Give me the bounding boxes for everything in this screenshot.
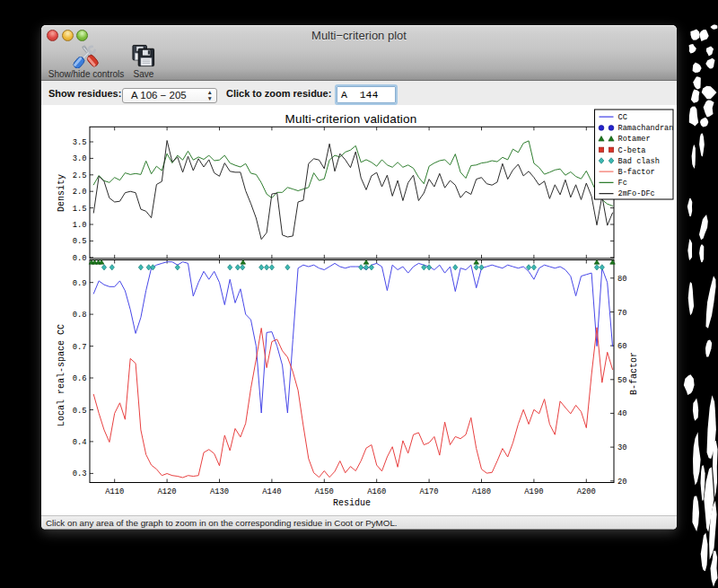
svg-text:0.6: 0.6 <box>73 374 87 383</box>
svg-text:B-factor: B-factor <box>618 168 655 177</box>
svg-text:Ramachandran: Ramachandran <box>618 124 674 133</box>
svg-text:0.4: 0.4 <box>73 438 87 447</box>
svg-text:2mFo-DFc: 2mFo-DFc <box>618 189 655 198</box>
svg-text:20: 20 <box>617 478 627 487</box>
svg-text:2.0: 2.0 <box>73 188 87 197</box>
svg-text:0.9: 0.9 <box>73 279 87 288</box>
svg-text:A150: A150 <box>315 487 334 496</box>
svg-text:0.8: 0.8 <box>73 311 87 320</box>
svg-text:A190: A190 <box>524 487 543 496</box>
svg-text:50: 50 <box>617 376 627 385</box>
svg-text:Density: Density <box>57 174 66 212</box>
svg-text:Fc: Fc <box>618 179 627 188</box>
svg-text:B-factor: B-factor <box>629 352 639 395</box>
svg-text:60: 60 <box>617 342 627 351</box>
svg-text:A180: A180 <box>472 487 491 496</box>
svg-text:A160: A160 <box>367 487 386 496</box>
svg-text:0.3: 0.3 <box>73 470 87 478</box>
svg-text:C-beta: C-beta <box>618 146 646 155</box>
svg-text:0.5: 0.5 <box>73 407 87 416</box>
svg-text:Multi-criterion validation: Multi-criterion validation <box>285 112 416 126</box>
svg-text:A120: A120 <box>158 487 177 496</box>
svg-text:40: 40 <box>617 409 627 418</box>
svg-text:A140: A140 <box>262 487 281 496</box>
svg-text:A110: A110 <box>105 487 124 496</box>
svg-text:2.5: 2.5 <box>73 171 87 180</box>
svg-text:A200: A200 <box>577 487 596 496</box>
svg-text:Bad clash: Bad clash <box>618 157 660 166</box>
svg-text:80: 80 <box>617 275 627 284</box>
svg-text:CC: CC <box>618 113 627 122</box>
svg-text:0.0: 0.0 <box>73 254 87 263</box>
svg-text:Rotamer: Rotamer <box>618 135 651 144</box>
svg-text:A170: A170 <box>420 487 439 496</box>
svg-text:Local real-space CC: Local real-space CC <box>57 324 66 426</box>
svg-text:A130: A130 <box>210 487 229 496</box>
svg-text:Residue: Residue <box>333 498 371 508</box>
svg-text:1.0: 1.0 <box>73 221 87 230</box>
svg-text:0.5: 0.5 <box>73 237 87 246</box>
svg-text:3.0: 3.0 <box>73 154 87 163</box>
svg-text:30: 30 <box>617 443 627 452</box>
svg-text:70: 70 <box>617 309 627 318</box>
svg-text:3.5: 3.5 <box>73 138 87 147</box>
svg-text:0.7: 0.7 <box>73 343 87 352</box>
svg-text:1.5: 1.5 <box>73 205 87 214</box>
